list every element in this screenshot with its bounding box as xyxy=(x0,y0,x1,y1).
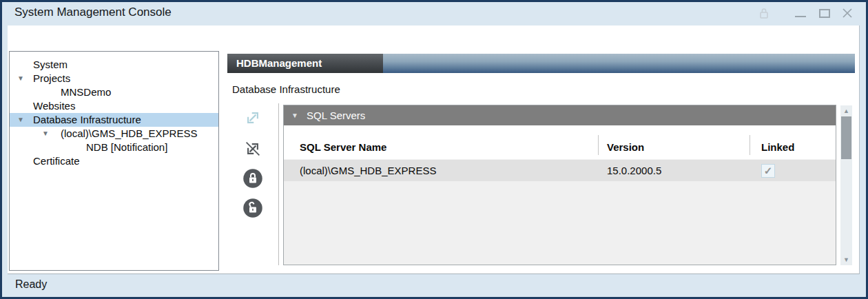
expand-arrow-icon[interactable]: ▼ xyxy=(17,72,24,85)
tree-item-label: (local)\GMS_HDB_EXPRESS xyxy=(61,127,197,139)
table-header-row: SQL Server Name Version Linked xyxy=(284,125,836,160)
tree-item-label: Websites xyxy=(33,100,75,112)
tree-item-database-infrastructure[interactable]: ▼ Database Infrastructure xyxy=(10,113,218,127)
system-management-console-window: System Management Console System ▼ Proje… xyxy=(0,0,868,299)
status-text: Ready xyxy=(15,278,47,291)
tree-item-websites[interactable]: Websites xyxy=(10,99,218,113)
tree-item-label: NDB [Notification] xyxy=(86,141,167,153)
close-button[interactable] xyxy=(840,6,855,21)
toolbar-separator xyxy=(278,103,279,265)
tree-item-system[interactable]: System xyxy=(10,58,218,72)
expand-arrow-icon[interactable]: ▼ xyxy=(17,113,24,127)
column-header-sql-server-name[interactable]: SQL Server Name xyxy=(284,125,598,159)
tree-item-projects[interactable]: ▼ Projects xyxy=(10,72,218,85)
column-header-linked[interactable]: Linked xyxy=(750,125,836,159)
tree-item-certificate[interactable]: Certificate xyxy=(10,154,218,168)
column-header-version[interactable]: Version xyxy=(598,125,750,159)
tree-item-label: Database Infrastructure xyxy=(33,114,141,125)
tree-item-ndb-notification[interactable]: NDB [Notification] xyxy=(10,141,218,154)
tree-item-mnsdemo[interactable]: MNSDemo xyxy=(10,85,218,99)
titlebar-lock-icon[interactable] xyxy=(756,6,772,21)
unlock-button[interactable] xyxy=(242,198,263,218)
tree-item-label: MNSDemo xyxy=(61,86,111,98)
tree-item-label: Certificate xyxy=(33,155,80,167)
minimize-button[interactable] xyxy=(793,6,808,21)
link-server-button[interactable] xyxy=(242,107,263,128)
sql-servers-group: ▼ SQL Servers SQL Server Name Version Li… xyxy=(283,105,836,265)
tree-item-label: Projects xyxy=(33,72,70,84)
cell-version: 15.0.2000.5 xyxy=(598,165,750,176)
window-title: System Management Console xyxy=(14,6,172,19)
unlink-server-button[interactable] xyxy=(242,138,263,159)
scrollbar-thumb[interactable] xyxy=(841,116,851,159)
lock-button[interactable] xyxy=(242,168,263,189)
vertical-scrollbar[interactable]: ▲ ▼ xyxy=(840,105,852,265)
linked-checkbox[interactable]: ✓ xyxy=(761,164,775,178)
scroll-up-icon[interactable]: ▲ xyxy=(840,107,852,115)
sql-servers-group-header[interactable]: ▼ SQL Servers xyxy=(284,105,836,125)
table-row[interactable]: (local)\GMS_HDB_EXPRESS 15.0.2000.5 ✓ xyxy=(284,160,836,181)
cell-sql-server-name: (local)\GMS_HDB_EXPRESS xyxy=(284,165,598,176)
navigation-tree: System ▼ Projects MNSDemo Websites ▼ Dat… xyxy=(9,51,219,271)
tab-bar: HDBManagement xyxy=(227,54,855,73)
tab-hdbmanagement[interactable]: HDBManagement xyxy=(227,54,383,73)
tree-item-sql-instance[interactable]: ▼ (local)\GMS_HDB_EXPRESS xyxy=(10,127,218,141)
expand-arrow-icon[interactable]: ▼ xyxy=(42,127,49,141)
maximize-button[interactable] xyxy=(817,6,832,21)
group-title: SQL Servers xyxy=(307,110,365,121)
page-title: Database Infrastructure xyxy=(232,83,340,95)
tree-item-label: System xyxy=(33,59,68,70)
collapse-arrow-icon[interactable]: ▼ xyxy=(291,105,298,125)
cell-linked: ✓ xyxy=(750,164,836,178)
scroll-down-icon[interactable]: ▼ xyxy=(840,256,852,264)
